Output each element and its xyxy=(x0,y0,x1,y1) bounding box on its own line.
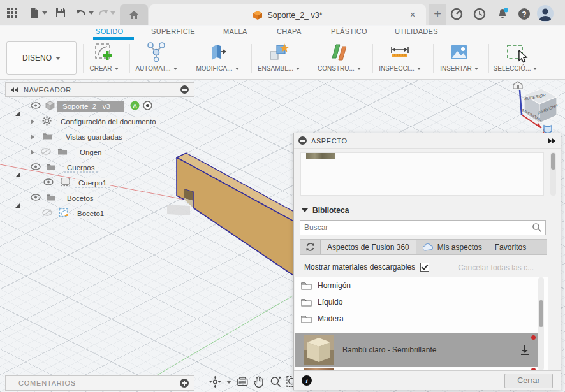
group-separator xyxy=(372,44,373,73)
tab-fusion-aspects[interactable]: Aspectos de Fusion 360 xyxy=(321,240,416,254)
ribbon-tab-plastico[interactable]: PLÁSTICO xyxy=(331,27,367,35)
visibility-eye-icon[interactable] xyxy=(43,178,54,185)
ribbon-tab-solido[interactable]: SOLIDO xyxy=(96,27,123,35)
group-modificar[interactable]: MODIFICA... xyxy=(188,41,247,77)
visibility-off-eye-icon[interactable] xyxy=(41,148,51,155)
visibility-off-eye-icon[interactable] xyxy=(42,209,52,216)
tab-my-aspects[interactable]: Mis aspectos xyxy=(416,240,488,254)
orbit-tool-icon[interactable] xyxy=(209,375,221,388)
group-construir[interactable]: CONSTRU... xyxy=(310,41,369,77)
group-seleccionar[interactable]: SELECCIÓ... xyxy=(486,41,545,77)
user-avatar[interactable] xyxy=(537,5,554,22)
refresh-button[interactable] xyxy=(300,240,321,254)
document-title: Soporte_2_ v3* xyxy=(267,11,322,20)
z-axis-indicator xyxy=(520,90,522,115)
ribbon-tab-chapa[interactable]: CHAPA xyxy=(277,27,302,35)
info-icon[interactable]: i xyxy=(302,375,312,386)
viewcube-home-icon[interactable] xyxy=(513,82,522,89)
list-scrollbar-thumb[interactable] xyxy=(539,300,543,327)
material-row-selected[interactable]: Bambú claro - Semibrillante xyxy=(295,333,538,367)
group-ensamblar[interactable]: ENSAMBL... xyxy=(249,41,308,77)
tree-row-root[interactable]: Soporte_2_ v3 A xyxy=(5,99,196,114)
material-thumbnail xyxy=(304,335,334,365)
orbit-tool-caret[interactable] xyxy=(226,381,231,384)
cancel-downloads-link[interactable]: Cancelar todas las c... xyxy=(458,263,534,272)
ribbon-tab-utilidades[interactable]: UTILIDADES xyxy=(395,27,438,35)
data-shield-icon[interactable] xyxy=(544,126,552,133)
document-tab[interactable]: Soporte_2_ v3* × xyxy=(149,4,426,25)
tree-row-saved-views[interactable]: Vistas guardadas xyxy=(5,129,196,145)
modify-icon xyxy=(207,41,228,63)
expand-closed-icon[interactable] xyxy=(31,119,34,124)
collapse-dialog-icon[interactable] xyxy=(298,136,307,145)
workspace-selector-button[interactable]: DISEÑO xyxy=(6,41,77,75)
section-collapse-icon[interactable] xyxy=(302,208,308,212)
new-tab-button[interactable]: + xyxy=(429,4,446,25)
home-tab[interactable] xyxy=(120,4,148,25)
undo-icon[interactable] xyxy=(75,7,87,18)
file-menu-caret[interactable] xyxy=(42,11,47,15)
tree-row-body1[interactable]: Cuerpo1 xyxy=(5,175,196,191)
help-icon[interactable]: ? xyxy=(518,8,531,20)
visibility-eye-icon[interactable] xyxy=(31,194,41,201)
scrollbar-track[interactable] xyxy=(550,152,556,196)
close-tab-icon[interactable]: × xyxy=(408,10,417,19)
download-icon[interactable] xyxy=(519,344,531,356)
scrollbar-thumb[interactable] xyxy=(551,153,555,170)
dock-panel-icon[interactable] xyxy=(548,138,555,143)
tree-row-document-settings[interactable]: Configuración del documento xyxy=(5,114,196,129)
active-component-radio-icon[interactable] xyxy=(143,101,152,110)
tree-row-sketch1[interactable]: Boceto1 xyxy=(5,206,196,221)
view-cube[interactable]: X SUPERIOR FRONTAL DERECHA xyxy=(504,81,565,140)
svg-text:?: ? xyxy=(522,10,526,19)
in-design-swatches-area[interactable] xyxy=(300,152,544,196)
sketch-icon xyxy=(59,208,68,217)
pan-hand-icon[interactable] xyxy=(253,375,265,388)
undo-caret[interactable] xyxy=(89,11,94,15)
material-swatch-partial[interactable] xyxy=(306,153,335,159)
recent-clock-icon[interactable] xyxy=(473,8,486,20)
search-icon[interactable] xyxy=(532,222,542,233)
visibility-eye-icon[interactable] xyxy=(31,163,41,170)
save-icon[interactable] xyxy=(55,7,66,18)
navigator-header[interactable]: NAVEGADOR xyxy=(5,82,194,97)
collapse-panel-icon[interactable] xyxy=(11,87,18,92)
y-axis-line xyxy=(139,293,297,386)
material-folder-hormigon[interactable]: Hormigón xyxy=(295,277,548,294)
redo-caret[interactable] xyxy=(110,11,115,15)
job-status-icon[interactable] xyxy=(450,8,463,20)
expand-closed-icon[interactable] xyxy=(31,150,34,155)
show-downloadable-checkbox[interactable] xyxy=(420,263,429,272)
aspect-dialog-header[interactable]: ASPECTO xyxy=(294,133,561,149)
group-inspeccionar[interactable]: INSPECCI... xyxy=(371,41,429,77)
expand-closed-icon[interactable] xyxy=(31,134,34,140)
ribbon-tab-superficie[interactable]: SUPERFICIE xyxy=(151,27,195,35)
redo-icon[interactable] xyxy=(98,7,109,18)
tree-row-bodies[interactable]: Cuerpos xyxy=(5,160,196,175)
root-node-label[interactable]: Soporte_2_ v3 xyxy=(57,101,124,112)
close-dialog-button[interactable]: Cerrar xyxy=(504,374,553,388)
add-comment-icon[interactable] xyxy=(180,379,189,388)
group-separator xyxy=(251,44,252,73)
comments-bar[interactable]: COMENTARIOS xyxy=(5,375,194,391)
tree-row-sketches[interactable]: Bocetos xyxy=(5,191,196,206)
tree-row-origin[interactable]: Origen xyxy=(5,145,196,160)
visibility-eye-icon[interactable] xyxy=(31,102,41,109)
search-input[interactable] xyxy=(300,223,532,232)
notifications-bell-icon[interactable] xyxy=(496,8,509,20)
library-section-header[interactable]: Biblioteca xyxy=(302,206,349,215)
material-folder-madera[interactable]: Madera xyxy=(295,310,548,327)
ribbon-tab-malla[interactable]: MALLA xyxy=(223,27,247,35)
list-scrollbar-track[interactable] xyxy=(538,277,544,370)
zoom-tool-icon[interactable] xyxy=(270,375,282,388)
group-separator xyxy=(129,44,130,73)
group-insertar[interactable]: INSERTAR xyxy=(430,41,488,77)
app-grid-icon[interactable] xyxy=(6,7,18,18)
file-menu-icon[interactable] xyxy=(28,7,40,18)
minimize-panel-icon[interactable] xyxy=(180,85,189,94)
look-at-tool-icon[interactable] xyxy=(237,376,249,388)
group-caret xyxy=(173,68,177,70)
tab-favorites[interactable]: Favoritos xyxy=(488,240,532,254)
group-automatizar[interactable]: AUTOMAT... xyxy=(127,41,186,77)
material-folder-liquido[interactable]: Líquido xyxy=(295,294,548,310)
